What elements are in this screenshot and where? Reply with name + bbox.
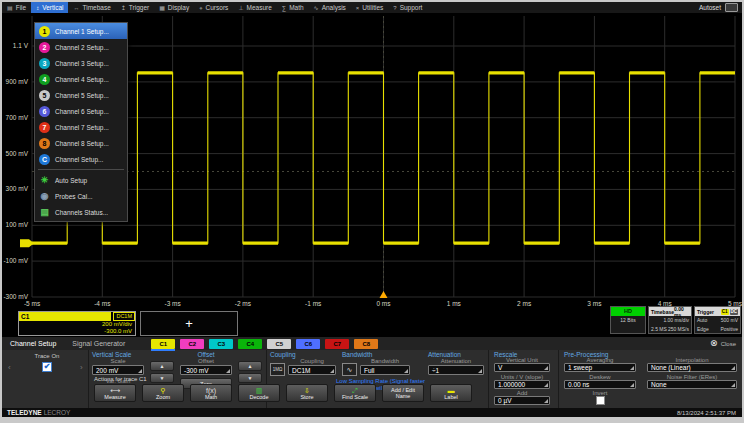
scale-label: Scale [92, 358, 144, 364]
offset-down-button[interactable]: ▼ [238, 373, 262, 383]
offset-field[interactable]: -300 mV [180, 365, 232, 375]
math-icon: f(x) [206, 387, 216, 394]
bandwidth-field[interactable]: Full [360, 365, 410, 375]
coupling-impedance-icon: 1MΩ [270, 363, 285, 376]
vertical-menu-item-3[interactable]: 3 Channel 3 Setup... [35, 55, 127, 71]
close-icon: ⊗ [710, 339, 718, 348]
menu-bar-item-trigger[interactable]: ↥ Trigger [116, 2, 154, 13]
auto-setup-icon: ✳ [39, 175, 50, 186]
zoom-button[interactable]: ⚲ Zoom [142, 384, 184, 402]
hd-mode-box[interactable]: HD 12 Bits [610, 306, 646, 334]
vertical-menu-item-6[interactable]: 6 Channel 6 Setup... [35, 103, 127, 119]
invert-checkbox[interactable] [596, 396, 605, 405]
add-trace-button[interactable]: + [140, 311, 238, 336]
next-channel-chevron-icon[interactable]: › [80, 363, 83, 372]
math-button[interactable]: f(x) Math [190, 384, 232, 402]
channel-chip-c7[interactable]: C7 [325, 339, 349, 349]
attenuation-label: Attenuation [428, 358, 484, 364]
channel-badge-icon: 6 [39, 106, 50, 117]
menu-bar-item-measure[interactable]: ⊥ Measure [233, 2, 277, 13]
menu-bar-item-cursors[interactable]: ⌖ Cursors [194, 2, 233, 13]
menu-bar-item-display[interactable]: ▦ Display [154, 2, 194, 13]
channel-badge-icon: 1 [39, 26, 50, 37]
channel-badge-icon: 3 [39, 58, 50, 69]
timebase-rate: 250 MS/s [668, 325, 689, 334]
close-label: Close [721, 341, 736, 347]
tab-channel-setup[interactable]: Channel Setup [2, 340, 64, 347]
prev-channel-chevron-icon[interactable]: ‹ [8, 363, 11, 372]
vertical-menu-item-2[interactable]: 2 Channel 2 Setup... [35, 39, 127, 55]
trigger-coupling-chip: DC [730, 309, 739, 315]
menu-bar-item-file[interactable]: ▤ File [2, 2, 31, 13]
averaging-field[interactable]: 1 sweep [564, 363, 636, 372]
measure-button[interactable]: ⟷ Measure [94, 384, 136, 402]
coupling-field[interactable]: DC1M [288, 365, 336, 375]
interpolation-field[interactable]: None (Linear) [647, 363, 737, 372]
add-edit-name-button[interactable]: Add / Edit Name [382, 384, 424, 402]
menu-bar-item-timebase[interactable]: ↔ Timebase [68, 2, 115, 13]
menu-item-icon: ▦ [159, 5, 165, 11]
trigger-mode: Auto [697, 316, 707, 325]
attenuation-field[interactable]: ÷1 [428, 365, 484, 375]
channel-chip-c8[interactable]: C8 [354, 339, 378, 349]
label-button[interactable]: ▬ Label [430, 384, 472, 402]
channel-chip-c5[interactable]: C5 [267, 339, 291, 349]
menu-item-icon: ∑ [282, 5, 286, 11]
vertical-menu-item-1[interactable]: 1 Channel 1 Setup... [35, 23, 127, 39]
vertical-menu-item-4[interactable]: 4 Channel 4 Setup... [35, 71, 127, 87]
menu-bar-item-support[interactable]: ? Support [388, 2, 427, 13]
channel-chip-c1[interactable]: C1 [151, 339, 175, 349]
vertical-menu-dropdown: 1 Channel 1 Setup... 2 Channel 2 Setup..… [34, 22, 128, 222]
close-panel-button[interactable]: ⊗ Close [710, 339, 742, 348]
decode-button[interactable]: ▥ Decode [238, 384, 280, 402]
noise-filter-field[interactable]: None [647, 380, 737, 389]
timebase-box[interactable]: Timebase 0.00 ms 1.00 ms/div 2.5 MS 250 … [648, 306, 692, 334]
menu-bar-item-vertical[interactable]: ↕ Vertical [31, 2, 68, 13]
vertical-menu-item-5[interactable]: 5 Channel 5 Setup... [35, 87, 127, 103]
vertical-menu-item-7[interactable]: 7 Channel 7 Setup... [35, 119, 127, 135]
hd-badge: HD [611, 307, 645, 316]
timebase-per-div: 1.00 ms/div [649, 316, 691, 325]
channel-chip-c4[interactable]: C4 [238, 339, 262, 349]
channel-badge-icon: 4 [39, 74, 50, 85]
channel-chip-c2[interactable]: C2 [180, 339, 204, 349]
deskew-field[interactable]: 0.00 ns [564, 380, 636, 389]
channel-chip-c6[interactable]: C6 [296, 339, 320, 349]
autoset-button[interactable]: Autoset [699, 3, 742, 12]
menu-separator [38, 169, 124, 170]
add-field[interactable]: 0 µV [494, 396, 550, 405]
svg-text:900 mV: 900 mV [6, 78, 29, 85]
offset-label: Offset [180, 358, 232, 364]
find-scale-button[interactable]: ⤢ Find Scale [334, 384, 376, 402]
autoset-label: Autoset [699, 4, 721, 11]
vertical-menu-item-9[interactable]: C Channel Setup... [35, 151, 127, 167]
decode-icon: ▥ [256, 387, 263, 394]
scale-up-button[interactable]: ▲ [150, 361, 174, 371]
vertical-menu-item-12[interactable]: ▤ Channels Status... [35, 204, 127, 220]
scale-field[interactable]: 200 mV [92, 365, 144, 375]
trace-on-checkbox[interactable]: ✔ [42, 362, 52, 372]
units-per-volt-field[interactable]: 1.000000 [494, 380, 550, 389]
bits-label: 12 Bits [611, 316, 645, 325]
vertical-menu-item-8[interactable]: 8 Channel 8 Setup... [35, 135, 127, 151]
vertical-unit-field[interactable]: V [494, 363, 550, 372]
trigger-source-chip: C1 [721, 309, 729, 315]
menu-bar-item-analysis[interactable]: ∿ Analysis [309, 2, 351, 13]
measure-icon: ⟷ [110, 387, 120, 394]
offset-up-button[interactable]: ▲ [238, 361, 262, 371]
channel-descriptor-c1[interactable]: C1 DC1M 200 mV/div -300.0 mV [18, 311, 136, 336]
vertical-menu-item-11[interactable]: ◉ Probes Cal... [35, 188, 127, 204]
svg-text:0 ms: 0 ms [376, 300, 391, 307]
oscilloscope-screen: ▤ File ↕ Vertical ↔ Timebase ↥ Trigger ▦… [0, 0, 744, 423]
channels-status-icon: ▤ [39, 207, 50, 218]
trigger-box[interactable]: Trigger C1 DC Auto 500 mV Edge Positive [694, 306, 741, 334]
svg-text:-3 ms: -3 ms [164, 300, 181, 307]
menu-bar-item-math[interactable]: ∑ Math [277, 2, 309, 13]
vertical-menu-item-10[interactable]: ✳ Auto Setup [35, 172, 127, 188]
label-icon: ▬ [448, 387, 455, 394]
channel-chip-c3[interactable]: C3 [209, 339, 233, 349]
channel-badge-icon: C [39, 154, 50, 165]
tab-signal-generator[interactable]: Signal Generator [64, 340, 133, 347]
menu-bar-item-utilities[interactable]: × Utilities [351, 2, 388, 13]
store-button[interactable]: ⇩ Store [286, 384, 328, 402]
